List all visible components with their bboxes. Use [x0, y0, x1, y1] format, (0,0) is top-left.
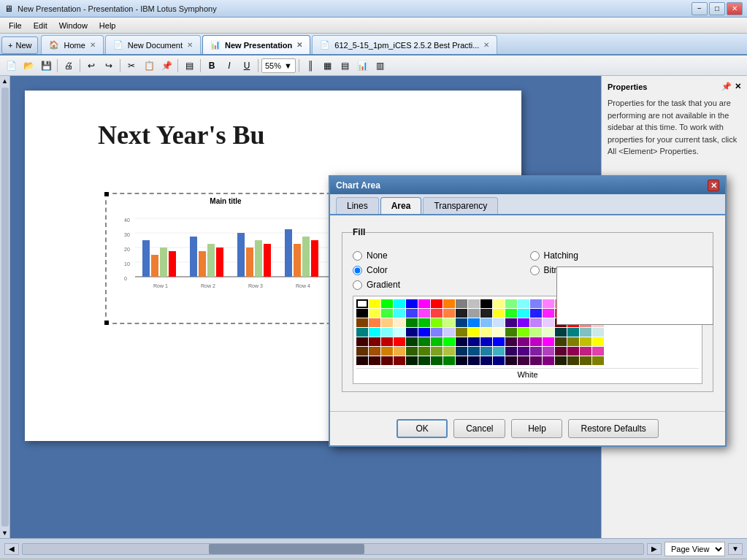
color-cell[interactable]	[456, 318, 467, 327]
color-cell[interactable]	[493, 299, 505, 308]
page-view-select[interactable]: Page View	[664, 542, 725, 556]
color-cell[interactable]	[518, 318, 529, 327]
tab-document-close[interactable]: ✕	[187, 41, 193, 49]
color-cell[interactable]	[493, 356, 505, 365]
color-cell[interactable]	[418, 347, 430, 356]
color-cell[interactable]	[530, 347, 542, 356]
color-cell[interactable]	[381, 356, 393, 365]
dialog-close-button[interactable]: ✕	[708, 180, 719, 191]
properties-close-btn[interactable]: ✕	[735, 82, 741, 91]
color-cell[interactable]	[381, 337, 393, 346]
radio-color[interactable]	[353, 266, 362, 275]
color-cell[interactable]	[369, 309, 380, 318]
color-cell[interactable]	[567, 347, 579, 356]
color-cell[interactable]	[592, 356, 604, 365]
color-cell[interactable]	[505, 328, 517, 337]
color-cell[interactable]	[394, 299, 405, 308]
color-cell[interactable]	[431, 347, 443, 356]
color-cell[interactable]	[480, 318, 492, 327]
color-cell[interactable]	[505, 356, 517, 365]
color-cell[interactable]	[356, 337, 368, 346]
color-cell[interactable]	[505, 309, 517, 318]
view-arrow[interactable]: ▼	[728, 543, 743, 555]
color-cell[interactable]	[592, 337, 604, 346]
color-cell[interactable]	[381, 309, 393, 318]
color-cell[interactable]	[443, 318, 455, 327]
color-cell[interactable]	[356, 299, 368, 308]
tab-612-close[interactable]: ✕	[483, 41, 489, 49]
restore-defaults-button[interactable]: Restore Defaults	[568, 419, 658, 438]
dialog-tab-transparency[interactable]: Transparency	[423, 197, 498, 214]
toolbar-save[interactable]: 💾	[38, 58, 54, 74]
color-cell[interactable]	[394, 337, 405, 346]
toolbar-italic[interactable]: I	[221, 58, 237, 74]
toolbar-open[interactable]: 📂	[20, 58, 37, 74]
scroll-up[interactable]: ▲	[1, 77, 8, 85]
close-button[interactable]: ✕	[727, 2, 743, 15]
color-cell[interactable]	[418, 309, 430, 318]
cancel-button[interactable]: Cancel	[453, 419, 505, 438]
color-cell[interactable]	[394, 318, 405, 327]
scroll-down[interactable]: ▼	[1, 529, 8, 537]
menu-window[interactable]: Window	[53, 20, 93, 31]
color-cell[interactable]	[530, 309, 542, 318]
handle-tl[interactable]	[104, 191, 110, 197]
color-cell[interactable]	[406, 309, 418, 318]
color-cell[interactable]	[394, 347, 405, 356]
tab-new-presentation[interactable]: 📊 New Presentation ✕	[202, 35, 310, 54]
color-cell[interactable]	[543, 347, 554, 356]
color-cell[interactable]	[493, 347, 505, 356]
color-cell[interactable]	[555, 328, 567, 337]
toolbar-new[interactable]: 📄	[3, 58, 19, 74]
color-cell[interactable]	[369, 299, 380, 308]
color-cell[interactable]	[592, 347, 604, 356]
color-cell[interactable]	[369, 328, 380, 337]
toolbar-extra3[interactable]: ▤	[337, 58, 353, 74]
color-cell[interactable]	[580, 328, 591, 337]
color-cell[interactable]	[468, 328, 480, 337]
color-cell[interactable]	[530, 299, 542, 308]
color-cell[interactable]	[555, 356, 567, 365]
color-cell[interactable]	[480, 356, 492, 365]
color-cell[interactable]	[468, 337, 480, 346]
tab-new-document[interactable]: 📄 New Document ✕	[105, 35, 201, 54]
color-cell[interactable]	[443, 299, 455, 308]
tab-612[interactable]: 📄 612_5-15_1pm_iCES 2.5.2 Best Practi...…	[312, 35, 497, 54]
toolbar-print[interactable]: 🖨	[61, 58, 77, 74]
dialog-tab-area[interactable]: Area	[380, 197, 422, 214]
color-cell[interactable]	[468, 318, 480, 327]
toolbar-extra1[interactable]: ║	[302, 58, 318, 74]
color-cell[interactable]	[431, 356, 443, 365]
color-cell[interactable]	[493, 309, 505, 318]
color-cell[interactable]	[356, 309, 368, 318]
color-cell[interactable]	[555, 337, 567, 346]
color-cell[interactable]	[505, 337, 517, 346]
color-cell[interactable]	[443, 328, 455, 337]
color-cell[interactable]	[468, 356, 480, 365]
color-cell[interactable]	[431, 309, 443, 318]
color-cell[interactable]	[456, 328, 467, 337]
color-cell[interactable]	[431, 299, 443, 308]
color-cell[interactable]	[406, 337, 418, 346]
color-cell[interactable]	[369, 318, 380, 327]
scroll-right-btn[interactable]: ▶	[647, 543, 662, 555]
new-button[interactable]: + New	[1, 37, 38, 54]
toolbar-cut[interactable]: ✂	[123, 58, 139, 74]
color-cell[interactable]	[431, 337, 443, 346]
color-cell[interactable]	[418, 299, 430, 308]
toolbar-undo[interactable]: ↩	[83, 58, 99, 74]
dialog-tab-lines[interactable]: Lines	[336, 197, 379, 214]
color-cell[interactable]	[443, 347, 455, 356]
chart-area[interactable]: Main title 40 30 20 10 0	[105, 193, 346, 324]
menu-help[interactable]: Help	[93, 20, 122, 31]
help-button[interactable]: Help	[511, 419, 562, 438]
handle-bl[interactable]	[104, 320, 110, 326]
color-cell[interactable]	[456, 309, 467, 318]
color-cell[interactable]	[394, 356, 405, 365]
color-cell[interactable]	[381, 299, 393, 308]
color-cell[interactable]	[567, 337, 579, 346]
color-cell[interactable]	[356, 347, 368, 356]
color-cell[interactable]	[468, 309, 480, 318]
color-cell[interactable]	[580, 347, 591, 356]
color-cell[interactable]	[505, 318, 517, 327]
